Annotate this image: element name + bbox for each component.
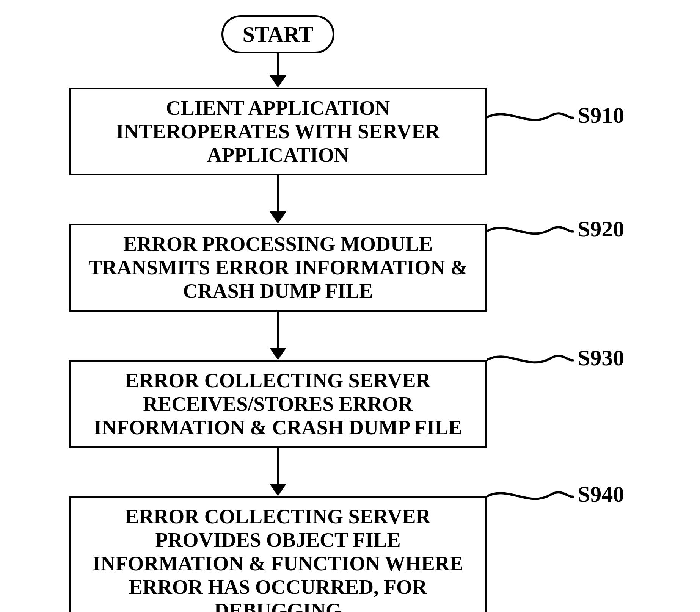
connector-s940 (487, 481, 574, 512)
start-terminator: START (221, 15, 334, 53)
start-label: START (242, 22, 313, 47)
process-s920-text: ERROR PROCESSING MODULE TRANSMITS ERROR … (88, 233, 468, 302)
process-s920: ERROR PROCESSING MODULE TRANSMITS ERROR … (69, 224, 487, 311)
ref-label-s910: S910 (578, 102, 624, 128)
ref-label-s920: S920 (578, 216, 624, 242)
connector-s910 (487, 102, 574, 133)
arrow-start-s910 (270, 53, 286, 88)
connector-s920 (487, 216, 574, 246)
flow-column: START CLIENT APPLICATION INTEROPERATES W… (69, 15, 487, 612)
ref-label-s930: S930 (578, 345, 624, 371)
process-s930-text: ERROR COLLECTING SERVER RECEIVES/STORES … (94, 369, 462, 439)
arrow-s920-s930 (270, 312, 286, 360)
process-s940-text: ERROR COLLECTING SERVER PROVIDES OBJECT … (93, 505, 463, 612)
process-s930: ERROR COLLECTING SERVER RECEIVES/STORES … (69, 360, 487, 448)
arrow-s910-s920 (270, 175, 286, 224)
process-s910: CLIENT APPLICATION INTEROPERATES WITH SE… (69, 88, 487, 175)
ref-label-s940: S940 (578, 481, 624, 507)
flowchart-container: START CLIENT APPLICATION INTEROPERATES W… (47, 15, 653, 612)
process-s910-text: CLIENT APPLICATION INTEROPERATES WITH SE… (116, 97, 440, 166)
process-s940: ERROR COLLECTING SERVER PROVIDES OBJECT … (69, 496, 487, 612)
connector-s930 (487, 345, 574, 375)
arrow-s930-s940 (270, 448, 286, 496)
